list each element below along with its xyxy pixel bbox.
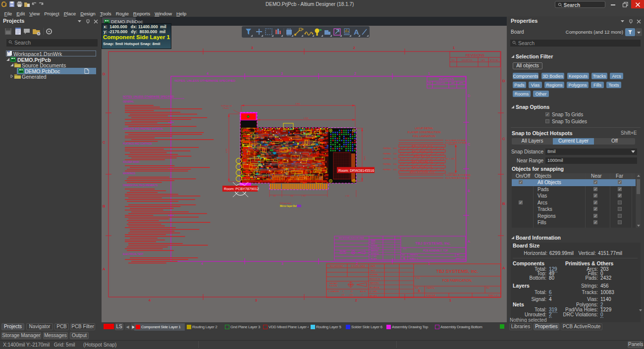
svg-text:C: C bbox=[103, 140, 106, 145]
svg-text:C: C bbox=[468, 143, 470, 146]
svg-text:6.300: 6.300 bbox=[304, 117, 309, 119]
svg-text:3: 3 bbox=[255, 298, 258, 302]
svg-text:PREPREG: PREPREG bbox=[383, 158, 391, 160]
svg-text:.060: .060 bbox=[273, 195, 276, 197]
svg-text:POSITION: POSITION bbox=[339, 252, 346, 254]
svg-text:DRAWN: DRAWN bbox=[370, 265, 376, 267]
svg-text:D: D bbox=[468, 94, 470, 98]
svg-text:REV: REV bbox=[428, 82, 431, 84]
svg-text:3: 3 bbox=[281, 262, 283, 265]
svg-text:QTY MATL: QTY MATL bbox=[371, 255, 377, 257]
svg-text:FOIL LAMINATION: FOIL LAMINATION bbox=[413, 135, 435, 138]
svg-text:TITLE: TITLE bbox=[416, 277, 420, 279]
svg-text:SHEET 1 of 1: SHEET 1 of 1 bbox=[488, 295, 499, 297]
svg-text:DIMENSIONAL REQUIREMENTS:: DIMENSIONAL REQUIREMENTS: bbox=[123, 184, 158, 187]
svg-text:2: 2 bbox=[355, 298, 358, 302]
svg-text:CHECK: CHECK bbox=[371, 243, 375, 245]
svg-text:8 LAYER CONSTRUCTION: 8 LAYER CONSTRUCTION bbox=[408, 131, 441, 134]
svg-text:PRODUCTION: PRODUCTION bbox=[370, 278, 380, 280]
svg-text:DESCRIPTION: DESCRIPTION bbox=[436, 82, 445, 84]
svg-text:MARKETING: MARKETING bbox=[371, 250, 378, 252]
svg-text:±.03: ±.03 bbox=[341, 294, 344, 296]
svg-text:1.700: 1.700 bbox=[345, 195, 349, 197]
svg-text:D: D bbox=[502, 79, 505, 83]
svg-text:2: 2 bbox=[353, 46, 356, 50]
svg-text:SILK SCREEN (BOTTOM SIDE): SILK SCREEN (BOTTOM SIDE) bbox=[445, 177, 470, 179]
svg-text:MARKETING: MARKETING bbox=[370, 282, 379, 284]
svg-text:PLATINGS AND COATINGS:: PLATINGS AND COATINGS: bbox=[123, 143, 152, 145]
svg-text:NEXT ASSEMBLY: NEXT ASSEMBLY bbox=[330, 265, 344, 267]
svg-text:LAMINATE AND PREPREG MATERIAL:: LAMINATE AND PREPREG MATERIAL: bbox=[123, 128, 163, 130]
svg-text:LAYER 4 - PWR PLANE - 1-OZ: LAYER 4 - PWR PLANE - 1-OZ bbox=[411, 161, 433, 163]
svg-text:IN HOUSE USAGE: IN HOUSE USAGE bbox=[351, 265, 366, 267]
svg-text:2116: 2116 bbox=[393, 158, 397, 160]
svg-text:REVISIONS: REVISIONS bbox=[439, 78, 454, 81]
svg-text:GENERAL:: GENERAL: bbox=[123, 100, 134, 103]
svg-text:TOLERANCES: TOLERANCES bbox=[328, 291, 339, 293]
svg-text:1: 1 bbox=[428, 72, 430, 75]
svg-text:LAYER 6 - BOTTOM SIDE - 1/2-OZ: LAYER 6 - BOTTOM SIDE - 1/2-OZ bbox=[410, 171, 434, 173]
svg-text:A: A bbox=[103, 267, 106, 271]
svg-text:± 1°: ± 1° bbox=[361, 294, 364, 296]
svg-text:3.900: 3.900 bbox=[364, 156, 366, 160]
svg-text:NEXT ASSEMBLY IN HOUSE USAGE: NEXT ASSEMBLY IN HOUSE USAGE bbox=[338, 237, 364, 239]
svg-text:MECHANICAL: MECHANICAL bbox=[371, 253, 379, 255]
svg-text:DRAWN: DRAWN bbox=[371, 240, 376, 242]
svg-text:LAYER 2 - GROUND 1 - 1-OZ: LAYER 2 - GROUND 1 - 1-OZ bbox=[412, 150, 433, 152]
svg-text:D: D bbox=[103, 72, 106, 76]
svg-text:SCALE 1 : 1: SCALE 1 : 1 bbox=[410, 258, 418, 260]
svg-text:REV: REV bbox=[486, 287, 489, 289]
svg-text:Room: DRW28145516: Room: DRW28145516 bbox=[338, 168, 374, 173]
svg-text:.050: .050 bbox=[290, 195, 293, 197]
svg-text:TBJ SYSTEMS, Inc.: TBJ SYSTEMS, Inc. bbox=[415, 241, 451, 246]
svg-text:B: B bbox=[502, 201, 505, 206]
svg-text:B: B bbox=[403, 257, 405, 260]
svg-text:.062 +/-.008: .062 +/-.008 bbox=[445, 158, 454, 160]
svg-text:ELECTRICAL TEST:: ELECTRICAL TEST: bbox=[123, 253, 144, 255]
svg-text:A: A bbox=[354, 28, 359, 36]
svg-text:LAYER 3 - SIG 1 - 1-OZ: LAYER 3 - SIG 1 - 1-OZ bbox=[414, 155, 430, 157]
svg-text:TITLE: TITLE bbox=[403, 248, 406, 250]
svg-text:SOLDER MASK (TOP SIDE): SOLDER MASK (TOP SIDE) bbox=[445, 142, 467, 144]
svg-text:A: A bbox=[502, 266, 505, 270]
svg-text:Room: PCBY7879012: Room: PCBY7879012 bbox=[224, 187, 259, 191]
svg-text:LAYER 1 - TOP SIDE - 1/2-OZ: LAYER 1 - TOP SIDE - 1/2-OZ bbox=[411, 145, 432, 147]
svg-text:B: B bbox=[103, 204, 106, 208]
svg-text:PREPREG: PREPREG bbox=[383, 153, 391, 155]
svg-text:REL DATE: REL DATE bbox=[371, 258, 377, 260]
svg-text:PREPREG: PREPREG bbox=[383, 148, 391, 150]
svg-text:APPROVAL: APPROVAL bbox=[490, 59, 499, 61]
svg-text:PRODUCTION: PRODUCTION bbox=[371, 248, 379, 249]
svg-text:LAYUP DETAIL: LAYUP DETAIL bbox=[415, 127, 433, 130]
svg-text:TBJ SYSTEMS, Inc.: TBJ SYSTEMS, Inc. bbox=[436, 268, 479, 274]
svg-text:THIS PART: THIS PART bbox=[329, 283, 337, 285]
svg-text:Gold Finger tab: Gold Finger tab bbox=[221, 105, 232, 107]
svg-text:ENGINEER: ENGINEER bbox=[370, 274, 378, 276]
svg-text:1: 1 bbox=[453, 46, 455, 50]
svg-text:DATE: DATE bbox=[451, 82, 455, 84]
svg-text:A: A bbox=[468, 240, 470, 243]
svg-text:DESCRIPTION: DESCRIPTION bbox=[462, 59, 473, 61]
svg-text:3: 3 bbox=[251, 46, 254, 50]
svg-text:1: 1 bbox=[449, 298, 452, 302]
svg-text:SILK SCREEN (TOP SIDE): SILK SCREEN (TOP SIDE) bbox=[445, 140, 466, 142]
svg-text:C: C bbox=[502, 137, 505, 141]
svg-text:REV: REV bbox=[452, 59, 455, 61]
svg-text:SIZE: SIZE bbox=[402, 254, 405, 256]
svg-text:SCALE N/A: SCALE N/A bbox=[427, 295, 435, 297]
svg-text:2: 2 bbox=[354, 72, 356, 75]
svg-text:SHEET 1 of 1: SHEET 1 of 1 bbox=[456, 258, 465, 260]
svg-text:2 Places: 2 Places bbox=[223, 107, 229, 109]
svg-text:NOTES: UNLESS OTHERWISE SPECIF: NOTES: UNLESS OTHERWISE SPECIFIED bbox=[174, 79, 236, 82]
svg-text:4: 4 bbox=[207, 72, 209, 75]
svg-text:2116: 2116 bbox=[393, 163, 397, 165]
svg-text:.X: .X bbox=[342, 291, 344, 293]
svg-text:2116: 2116 bbox=[393, 153, 397, 155]
svg-text:DATE: DATE bbox=[481, 59, 485, 61]
svg-text:REL DATE: REL DATE bbox=[370, 295, 377, 297]
svg-text:NOTES: UNLESS OTHERWISE SPECIF: NOTES: UNLESS OTHERWISE SPECIFIED bbox=[123, 95, 174, 98]
svg-text:±.010: ±.010 bbox=[349, 294, 353, 296]
svg-text:PREPREG: PREPREG bbox=[383, 169, 391, 171]
svg-text:SOLDER MASK:: SOLDER MASK: bbox=[123, 161, 140, 163]
svg-text:POSITION: POSITION bbox=[329, 285, 337, 287]
